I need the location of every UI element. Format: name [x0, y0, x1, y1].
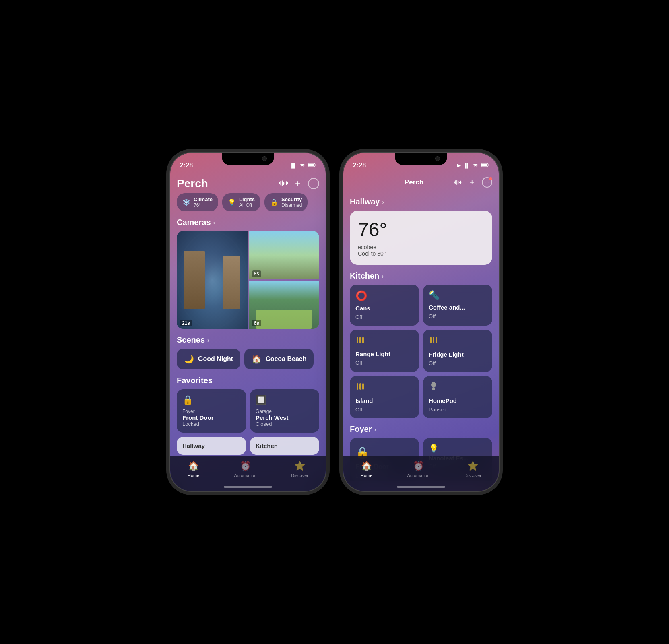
lights-icon: 💡 [228, 198, 236, 206]
signal-icon-left: ▐▌ [290, 163, 297, 168]
add-icon-left[interactable]: + [295, 178, 301, 189]
scroll-area-left: ❄️ Climate 76° 💡 Lights All Off 🔒 [170, 193, 326, 483]
device-island[interactable]: Island Off [350, 376, 419, 418]
home-tab-icon-right: 🏠 [361, 461, 372, 471]
island-name: Island [355, 397, 413, 404]
home-tab-label-right: Home [361, 473, 372, 478]
add-icon-right[interactable]: + [469, 177, 475, 188]
coffee-name: Coffee and... [429, 304, 487, 311]
camera-cell-2[interactable]: 8s [249, 231, 320, 279]
kitchen-chevron: › [382, 273, 384, 279]
automation-tab-label-left: Automation [234, 473, 256, 478]
cocoa-beach-scene[interactable]: 🏠 Cocoa Beach [244, 349, 314, 369]
svg-rect-22 [362, 337, 364, 343]
app-header-right: Perch + ⋯ [343, 173, 499, 191]
tab-automation-left[interactable]: ⏰ Automation [234, 461, 256, 478]
favorite-garage-perch[interactable]: 🔲 Garage Perch West Closed [250, 389, 319, 433]
tab-home-right[interactable]: 🏠 Home [361, 461, 372, 478]
svg-rect-5 [282, 180, 283, 186]
tab-home-left[interactable]: 🏠 Home [188, 461, 199, 478]
favorite-foyer-door[interactable]: 🔒 Foyer Front Door Locked [177, 389, 246, 433]
lights-chip[interactable]: 💡 Lights All Off [222, 193, 260, 211]
right-phone: 2:28 ▶ ▐▌ Perch + ⋯ [343, 152, 500, 492]
svg-rect-11 [488, 164, 489, 166]
scenes-label: Scenes [177, 335, 205, 345]
svg-rect-2 [308, 164, 314, 166]
menu-icon-right[interactable]: ⋯ [482, 177, 492, 188]
kitchen-shortcut-name: Kitchen [256, 442, 314, 449]
svg-rect-16 [458, 181, 459, 184]
foyer-label: Foyer [350, 425, 372, 434]
kitchen-section-header[interactable]: Kitchen › [350, 271, 492, 281]
scenes-chevron: › [207, 337, 209, 343]
foyer-door-room: Foyer [182, 409, 240, 414]
homepod-status: Paused [429, 407, 487, 413]
kitchen-label: Kitchen [350, 271, 379, 281]
left-phone: 2:28 ▐▌ Perch + ⋯ [169, 152, 326, 492]
fridge-light-icon [429, 335, 487, 348]
climate-value: 76° [194, 202, 213, 208]
cameras-chevron: › [213, 219, 215, 226]
favorites-label: Favorites [177, 376, 213, 385]
device-coffee[interactable]: 🔦 Coffee and... Off [423, 285, 492, 326]
tab-discover-right[interactable]: ⭐ Discover [464, 461, 481, 478]
fridge-light-name: Fridge Light [429, 351, 487, 358]
scenes-row: 🌙 Good Night 🏠 Cocoa Beach [177, 349, 319, 369]
cameras-section-header[interactable]: Cameras › [177, 218, 319, 227]
camera-grid[interactable]: 21s 8s 6s [177, 231, 319, 329]
svg-rect-12 [481, 164, 487, 166]
garage-perch-icon: 🔲 [256, 395, 314, 405]
thermostat-mode: Cool to 80° [358, 250, 484, 257]
svg-rect-31 [432, 390, 436, 390]
page-title-left: Perch [177, 177, 208, 190]
foyer-door-status: Locked [182, 421, 240, 427]
security-chip[interactable]: 🔒 Security Disarmed [264, 193, 308, 211]
discover-tab-label-left: Discover [291, 473, 308, 478]
foyer-section-header[interactable]: Foyer › [350, 425, 492, 434]
svg-rect-15 [456, 180, 457, 185]
front-camera-right [435, 156, 440, 161]
hallway-section-header[interactable]: Hallway › [350, 197, 492, 206]
garage-perch-name: Perch West [256, 414, 314, 421]
cans-status: Off [355, 314, 413, 320]
device-fridge-light[interactable]: Fridge Light Off [423, 330, 492, 372]
waveform-icon-left[interactable] [279, 179, 288, 188]
home-tab-label-left: Home [188, 473, 199, 478]
tab-discover-left[interactable]: ⭐ Discover [291, 461, 308, 478]
favorites-section-header: Favorites [177, 376, 319, 385]
menu-icon-left[interactable]: ⋯ [308, 178, 319, 189]
range-light-icon [355, 335, 413, 347]
thermostat-card[interactable]: 76° ecobee Cool to 80° [350, 211, 492, 265]
home-indicator-right [397, 486, 445, 488]
device-homepod[interactable]: HomePod Paused [423, 376, 492, 418]
good-night-icon: 🌙 [184, 354, 194, 364]
header-actions-right[interactable]: + ⋯ [454, 177, 492, 188]
garage-perch-status: Closed [256, 421, 314, 427]
svg-rect-9 [287, 182, 288, 184]
cameras-label: Cameras [177, 218, 211, 227]
good-night-scene[interactable]: 🌙 Good Night [177, 349, 240, 369]
security-label: Security [281, 196, 302, 202]
favorites-grid: 🔒 Foyer Front Door Locked 🔲 Garage Perch… [177, 389, 319, 455]
climate-icon: ❄️ [182, 198, 190, 206]
scroll-area-right: Hallway › 76° ecobee Cool to 80° Kitchen… [343, 191, 499, 481]
notch-right [395, 153, 447, 165]
device-cans[interactable]: ⭕ Cans Off [350, 285, 419, 326]
favorite-kitchen[interactable]: Kitchen [250, 437, 319, 455]
device-range-light[interactable]: Range Light Off [350, 330, 419, 372]
time-left: 2:28 [180, 162, 193, 169]
climate-chip[interactable]: ❄️ Climate 76° [177, 193, 218, 211]
header-actions-left[interactable]: + ⋯ [279, 178, 319, 189]
discover-tab-label-right: Discover [464, 473, 481, 478]
svg-rect-14 [455, 180, 456, 184]
scenes-section-header[interactable]: Scenes › [177, 335, 319, 345]
svg-rect-20 [357, 337, 358, 343]
favorite-hallway[interactable]: Hallway [177, 437, 246, 455]
svg-rect-8 [286, 181, 287, 185]
camera-cell-3[interactable]: 6s [249, 281, 320, 329]
camera-cell-1[interactable]: 21s [177, 231, 248, 329]
waveform-icon-right[interactable] [454, 178, 462, 187]
security-value: Disarmed [281, 202, 302, 208]
tab-automation-right[interactable]: ⏰ Automation [407, 461, 429, 478]
camera-timestamp-2: 8s [252, 270, 261, 277]
